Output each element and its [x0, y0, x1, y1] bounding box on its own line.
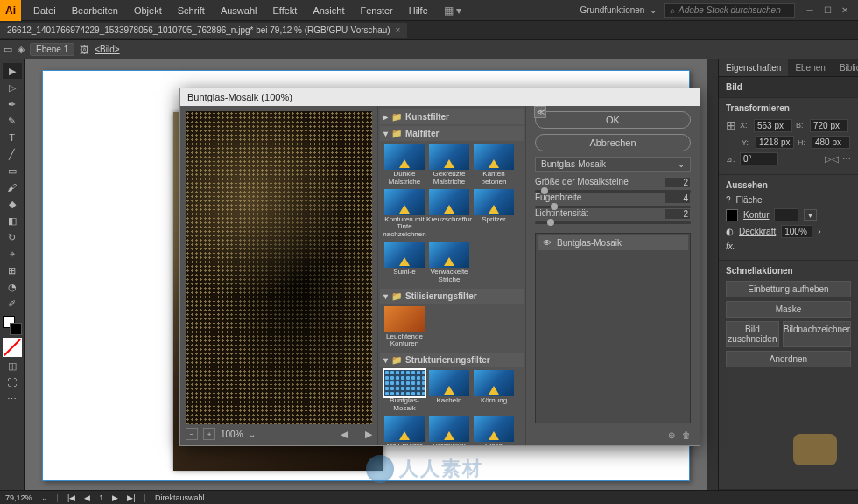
slider-track[interactable]: [535, 221, 691, 224]
stroke-label[interactable]: Kontur: [743, 210, 769, 220]
menu-bearbeiten[interactable]: Bearbeiten: [65, 2, 125, 19]
y-input[interactable]: [756, 136, 794, 149]
filter-thumb[interactable]: Buntglas-Mosaik: [383, 370, 425, 413]
shaper-tool[interactable]: ◆: [3, 196, 22, 212]
visibility-eye-icon[interactable]: 👁: [543, 238, 552, 248]
layer-indicator[interactable]: Ebene 1: [30, 43, 74, 56]
filter-thumb[interactable]: Kacheln: [428, 370, 470, 413]
line-tool[interactable]: ╱: [3, 146, 22, 162]
reference-point-icon[interactable]: ⊞: [726, 118, 736, 132]
stroke-swatch[interactable]: [726, 209, 738, 221]
filter-thumb[interactable]: Kreuzschraffur: [428, 189, 470, 239]
tab-eigenschaften[interactable]: Eigenschaften: [719, 60, 788, 76]
x-input[interactable]: [754, 119, 792, 132]
prev-arrow-icon[interactable]: ◀: [341, 429, 348, 440]
slider-value[interactable]: 2: [665, 177, 691, 188]
slider-track[interactable]: [535, 206, 691, 208]
slider-value[interactable]: 2: [665, 208, 691, 220]
angle-input[interactable]: [740, 152, 778, 165]
link-label[interactable]: <Bild>: [95, 45, 119, 54]
layout-icon[interactable]: ▦ ▾: [444, 4, 461, 17]
zoom-level[interactable]: 79,12%: [5, 494, 32, 502]
effect-layer-item[interactable]: 👁 Buntglas-Mosaik: [538, 235, 688, 250]
delete-effect-layer-icon[interactable]: 🗑: [682, 430, 691, 440]
filter-thumb[interactable]: Gekreuzte Malstriche: [428, 144, 470, 186]
filter-category-list[interactable]: ▸📁Kunstfilter ▾📁Malfilter Dunkle Malstri…: [377, 106, 526, 445]
unembed-button[interactable]: Einbettung aufheben: [726, 281, 851, 298]
crop-button[interactable]: Bild zuschneiden: [726, 321, 779, 347]
filter-thumb[interactable]: Sumi-e: [383, 242, 425, 284]
cat-stilisierungsfilter[interactable]: ▾📁Stilisierungsfilter: [380, 289, 524, 304]
w-input[interactable]: [810, 119, 848, 132]
menu-objekt[interactable]: Objekt: [127, 2, 169, 19]
filter-select[interactable]: Buntglas-Mosaik⌄: [535, 157, 691, 172]
zoom-out-button[interactable]: −: [186, 428, 198, 440]
minimize-button[interactable]: ─: [802, 5, 818, 15]
new-effect-layer-icon[interactable]: ⊕: [668, 430, 675, 440]
rectangle-tool[interactable]: ▭: [3, 163, 22, 178]
fx-icon[interactable]: fx.: [726, 242, 735, 251]
close-tab-icon[interactable]: ×: [396, 25, 401, 35]
selection-tool[interactable]: ▶: [3, 63, 22, 79]
tab-bibliotheken[interactable]: Bibliotheken: [833, 60, 858, 76]
filter-thumb[interactable]: Leuchtende Konturen: [383, 306, 425, 349]
tab-ebenen[interactable]: Ebenen: [788, 60, 832, 76]
nav-back-icon[interactable]: ◀: [84, 494, 90, 502]
stroke-style[interactable]: ▾: [804, 209, 817, 220]
collapse-list-button[interactable]: ≪: [534, 106, 546, 118]
menu-effekt[interactable]: Effekt: [265, 2, 304, 19]
workspace-switcher[interactable]: Grundfunktionen ⌄: [580, 5, 657, 15]
type-tool[interactable]: T: [3, 130, 22, 145]
zoom-in-button[interactable]: +: [203, 428, 215, 440]
free-transform-tool[interactable]: ⊞: [3, 262, 22, 278]
filter-thumb[interactable]: Konturen mit Tinte nachzeichnen: [383, 189, 425, 239]
filter-thumb[interactable]: Verwackelte Striche: [428, 242, 470, 284]
cancel-button[interactable]: Abbrechen: [535, 134, 691, 151]
filter-thumb[interactable]: Spritzer: [473, 189, 515, 239]
arrange-button[interactable]: Anordnen: [726, 351, 851, 368]
screen-mode[interactable]: ⛶: [3, 374, 22, 390]
stock-search[interactable]: ⌕ Adobe Stock durchsuchen: [664, 3, 795, 18]
brush-tool[interactable]: 🖌: [3, 179, 22, 195]
eraser-tool[interactable]: ◧: [3, 213, 22, 228]
menu-ansicht[interactable]: Ansicht: [306, 2, 351, 19]
width-tool[interactable]: ⌖: [3, 246, 22, 262]
more-options-icon[interactable]: ⋯: [842, 154, 851, 164]
slider-value[interactable]: 4: [665, 192, 691, 204]
filter-thumb[interactable]: Risse: [473, 416, 515, 445]
curvature-tool[interactable]: ✎: [3, 113, 22, 129]
fill-help-icon[interactable]: ?: [726, 195, 731, 205]
cat-strukturierungsfilter[interactable]: ▾📁Strukturierungsfilter: [380, 353, 524, 368]
menu-datei[interactable]: Datei: [26, 2, 63, 19]
filter-preview-image[interactable]: [186, 111, 372, 424]
maximize-button[interactable]: ☐: [819, 5, 835, 15]
nav-fwd-icon[interactable]: ▶: [112, 494, 118, 502]
menu-schrift[interactable]: Schrift: [171, 2, 212, 19]
direct-selection-tool[interactable]: ▷: [3, 80, 22, 95]
menu-hilfe[interactable]: Hilfe: [402, 2, 435, 19]
menu-fenster[interactable]: Fenster: [353, 2, 399, 19]
preview-zoom[interactable]: 100%: [221, 430, 243, 439]
filter-thumb[interactable]: Patchwork: [428, 416, 470, 445]
cat-malfilter[interactable]: ▾📁Malfilter: [380, 126, 524, 141]
pen-tool[interactable]: ✒: [3, 96, 22, 112]
opacity-label[interactable]: Deckkraft: [739, 227, 776, 236]
menu-auswahl[interactable]: Auswahl: [214, 2, 264, 19]
cat-kunstfilter[interactable]: ▸📁Kunstfilter: [380, 109, 524, 124]
flip-h-icon[interactable]: ▷◁: [825, 154, 839, 164]
shape-builder-tool[interactable]: ◔: [3, 279, 22, 295]
h-input[interactable]: [812, 136, 850, 149]
filter-thumb[interactable]: Dunkle Malstriche: [383, 144, 425, 186]
document-tab[interactable]: 26612_1401766974229_1533978056_1010705_7…: [0, 23, 407, 38]
trace-button[interactable]: Bildnachzeichner: [783, 321, 851, 347]
close-button[interactable]: ✕: [837, 5, 853, 15]
next-arrow-icon[interactable]: ▶: [365, 429, 372, 440]
filter-thumb[interactable]: Körnung: [473, 370, 515, 413]
draw-mode[interactable]: ◫: [3, 358, 22, 374]
mask-button[interactable]: Maske: [726, 301, 851, 318]
fill-stroke-swatch[interactable]: [3, 316, 22, 335]
no-fill-icon[interactable]: [3, 338, 22, 357]
edit-toolbar[interactable]: ⋯: [3, 391, 22, 407]
slider-track[interactable]: [535, 190, 691, 192]
eyedropper-tool[interactable]: ✐: [3, 296, 22, 312]
